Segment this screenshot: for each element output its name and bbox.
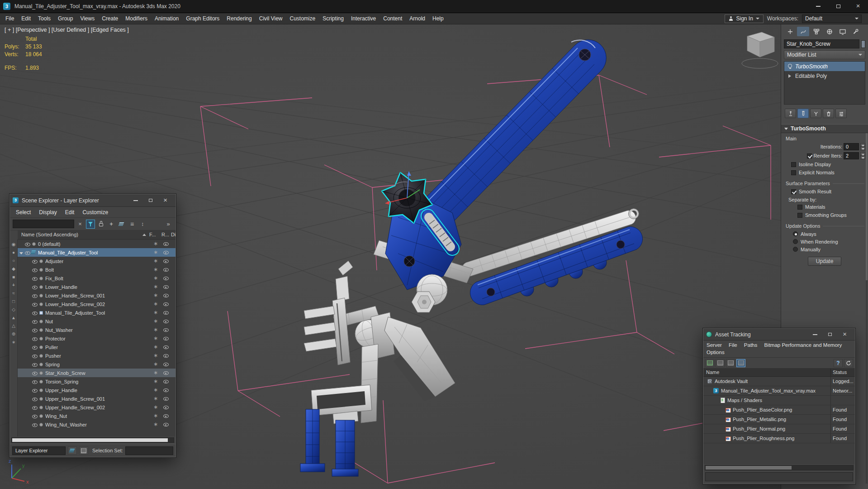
- horizontal-scrollbar[interactable]: [11, 437, 174, 443]
- render-toggle-icon[interactable]: [163, 344, 169, 350]
- render-iters-spinner[interactable]: [860, 152, 865, 159]
- freeze-icon[interactable]: [152, 266, 159, 273]
- visibility-eye-icon[interactable]: [32, 413, 38, 419]
- freeze-icon[interactable]: [152, 387, 159, 393]
- render-toggle-icon[interactable]: [163, 413, 169, 418]
- render-iters-value[interactable]: 2: [844, 152, 859, 159]
- visibility-eye-icon[interactable]: [32, 379, 38, 384]
- render-toggle-icon[interactable]: [163, 336, 169, 341]
- freeze-icon[interactable]: [152, 326, 159, 333]
- asset-row[interactable]: Push_Plier_Roughness.png Found: [703, 434, 855, 443]
- close-button[interactable]: [837, 329, 852, 340]
- selection-set-dropdown[interactable]: [125, 446, 173, 455]
- minimize-button[interactable]: [128, 194, 143, 206]
- asset-tracking-titlebar[interactable]: Asset Tracking: [703, 329, 855, 340]
- visibility-eye-icon[interactable]: [32, 276, 38, 281]
- pin-stack-icon[interactable]: [785, 109, 796, 118]
- scene-explorer-row[interactable]: 0 (default): [18, 240, 175, 248]
- minimize-button[interactable]: [808, 0, 828, 13]
- visibility-eye-icon[interactable]: [32, 302, 38, 307]
- motion-tab-icon[interactable]: [823, 27, 835, 36]
- explorer-mode-dropdown[interactable]: Layer Explorer: [12, 446, 66, 455]
- freeze-icon[interactable]: [152, 301, 159, 307]
- menu-item[interactable]: Select: [12, 209, 35, 216]
- freeze-icon[interactable]: [152, 335, 159, 341]
- visibility-eye-icon[interactable]: [32, 405, 38, 410]
- lock-icon[interactable]: [96, 220, 105, 229]
- asset-row[interactable]: Manual_Tile_Adjuster_Tool_max_vray.max N…: [703, 386, 855, 396]
- scene-explorer-row[interactable]: Spring: [18, 360, 175, 369]
- asset-row[interactable]: Push_Plier_BaseColor.png Found: [703, 405, 855, 415]
- visibility-eye-icon[interactable]: [32, 310, 38, 316]
- menu-item[interactable]: File: [729, 342, 737, 348]
- scene-explorer-row[interactable]: Upper_Handle_Screw_002: [18, 403, 175, 412]
- scrollbar-thumb[interactable]: [12, 438, 168, 442]
- details-view-icon[interactable]: [736, 359, 745, 367]
- render-toggle-icon[interactable]: [163, 284, 169, 289]
- viewport-label[interactable]: [ + ] [Perspective ] [User Defined ] [Ed…: [5, 27, 129, 33]
- visibility-eye-icon[interactable]: [32, 370, 38, 376]
- menu-item[interactable]: Customize: [286, 13, 319, 24]
- materials-checkbox[interactable]: [797, 205, 802, 210]
- update-button[interactable]: Update: [808, 257, 841, 266]
- maximize-button[interactable]: [828, 0, 848, 13]
- menu-item[interactable]: Edit: [61, 209, 79, 216]
- display-tab-icon[interactable]: [836, 27, 849, 36]
- refresh-icon[interactable]: [844, 359, 853, 367]
- freeze-icon[interactable]: [152, 240, 159, 247]
- menu-item[interactable]: Server: [707, 342, 722, 348]
- list-view-icon[interactable]: [726, 359, 735, 367]
- menu-item[interactable]: Modifiers: [122, 13, 151, 24]
- filter-icon[interactable]: [10, 241, 17, 247]
- scene-explorer-row[interactable]: Puller: [18, 343, 175, 351]
- scene-explorer-row[interactable]: Nut_Washer: [18, 326, 175, 334]
- menu-item[interactable]: File: [2, 13, 18, 24]
- freeze-icon[interactable]: [152, 404, 159, 410]
- freeze-icon[interactable]: [152, 309, 159, 316]
- visibility-eye-icon[interactable]: [32, 396, 38, 402]
- when-rendering-radio[interactable]: [793, 239, 798, 244]
- render-toggle-icon[interactable]: [163, 241, 169, 246]
- freeze-icon[interactable]: [152, 344, 159, 350]
- scene-explorer-row[interactable]: Bolt: [18, 265, 175, 274]
- visibility-eye-icon[interactable]: [32, 259, 38, 264]
- scene-explorer-row[interactable]: Lower_Handle_Screw_002: [18, 300, 175, 308]
- menu-item[interactable]: Edit: [18, 13, 34, 24]
- filter-icon[interactable]: [10, 265, 17, 272]
- scene-explorer-row[interactable]: Wing_Nut_Washer: [18, 420, 175, 429]
- menu-item[interactable]: Group: [54, 13, 76, 24]
- visibility-eye-icon[interactable]: [32, 284, 38, 290]
- render-toggle-icon[interactable]: [163, 267, 169, 272]
- manually-radio[interactable]: [793, 247, 798, 252]
- create-layer-icon[interactable]: [107, 220, 116, 229]
- filter-icon[interactable]: [10, 339, 17, 345]
- visibility-eye-icon[interactable]: [32, 336, 38, 341]
- render-toggle-icon[interactable]: [163, 275, 169, 281]
- scene-explorer-row[interactable]: Upper_Handle_Screw_001: [18, 394, 175, 403]
- maximize-button[interactable]: [822, 329, 837, 340]
- menu-item[interactable]: Create: [98, 13, 122, 24]
- horizontal-scrollbar[interactable]: [705, 465, 854, 470]
- menu-item[interactable]: Graph Editors: [182, 13, 223, 24]
- scene-explorer-row[interactable]: Fix_Bolt: [18, 274, 175, 283]
- asset-row[interactable]: Maps / Shaders: [703, 396, 855, 405]
- visibility-eye-icon[interactable]: [25, 250, 31, 255]
- modifier-stack-row[interactable]: Editable Poly: [784, 71, 865, 81]
- name-column-header[interactable]: Name: [703, 369, 830, 376]
- asset-row[interactable]: Push_Plier_Metallic.png Found: [703, 415, 855, 424]
- close-button[interactable]: [158, 194, 173, 206]
- turbosmooth-rollout-header[interactable]: TurboSmooth: [781, 124, 868, 133]
- layers-icon[interactable]: [117, 220, 126, 229]
- menu-item[interactable]: Bitmap Performance and Memory Options: [707, 342, 842, 355]
- menu-item[interactable]: Help: [429, 13, 447, 24]
- name-column-header[interactable]: Name (Sorted Ascending): [21, 232, 78, 237]
- collapse-all-icon[interactable]: [138, 220, 147, 229]
- create-tab-icon[interactable]: [784, 27, 796, 36]
- smooth-result-checkbox[interactable]: [791, 189, 796, 194]
- utilities-tab-icon[interactable]: [849, 27, 862, 36]
- menu-item[interactable]: Customize: [78, 209, 112, 216]
- minimize-button[interactable]: [807, 329, 822, 340]
- sign-in-button[interactable]: Sign In: [725, 14, 764, 23]
- menu-item[interactable]: Scripting: [319, 13, 347, 24]
- filter-icon[interactable]: [10, 322, 17, 329]
